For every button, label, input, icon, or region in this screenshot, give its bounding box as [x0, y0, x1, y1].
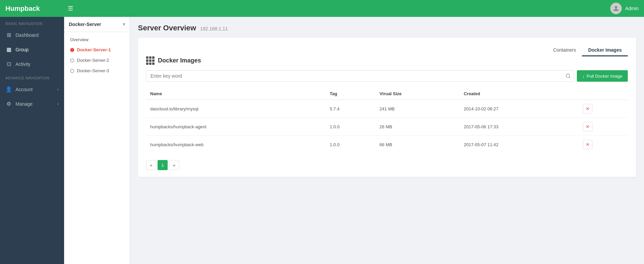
activity-icon: ⊡: [5, 61, 12, 67]
page-title: Server Overview: [138, 24, 196, 32]
cell-action-0: ✕: [579, 100, 628, 118]
page-title-row: Server Overview 192.168.1.11: [138, 24, 636, 32]
search-button[interactable]: [562, 70, 574, 82]
cell-action-2: ✕: [579, 136, 628, 154]
search-input-wrap: [146, 70, 574, 82]
cell-name-1: humpbacks/humpback-agent: [146, 118, 326, 136]
manage-icon: ⚙: [5, 101, 12, 107]
server-label-2: Docker-Server-2: [77, 58, 109, 63]
tab-docker-images[interactable]: Docker Images: [582, 45, 628, 56]
server-dot-3: [70, 69, 74, 73]
col-tag: Tag: [326, 88, 376, 100]
cell-size-2: 66 MB: [375, 136, 460, 154]
images-table: Name Tag Virual Size Created daocloud.io…: [146, 88, 628, 153]
pull-icon: ↓: [582, 74, 585, 79]
card-header: Docker Images: [146, 56, 628, 65]
sidebar-item-dashboard[interactable]: ⊞ Dashboard: [0, 28, 64, 42]
sidebar-item-label-group: Group: [16, 47, 29, 52]
server-label-3: Docker-Server-3: [77, 68, 109, 73]
sidebar-item-manage[interactable]: ⚙ Manage ‹: [0, 97, 64, 111]
topnav: Humpback ☰ Admin: [0, 0, 644, 17]
delete-button-1[interactable]: ✕: [583, 122, 592, 131]
svg-point-1: [566, 74, 570, 78]
group-icon: ▦: [5, 46, 12, 53]
hamburger-icon[interactable]: ☰: [68, 5, 73, 12]
avatar: [610, 3, 622, 14]
main-layout: BASIC NAVIGATION ⊞ Dashboard ▦ Group ⊡ A…: [0, 17, 644, 264]
card-title-row: Docker Images: [146, 56, 201, 65]
search-input[interactable]: [146, 70, 574, 82]
server-panel-chevron-icon: ▾: [123, 22, 125, 27]
content-area: Server Overview 192.168.1.11 Containers …: [130, 17, 644, 264]
table-row: humpbacks/humpback-agent 1.0.0 26 MB 201…: [146, 118, 628, 136]
cell-tag-2: 1.0.0: [326, 136, 376, 154]
col-actions: [579, 88, 628, 100]
tab-containers[interactable]: Containers: [547, 45, 582, 56]
cell-name-2: humpbacks/humpback-web: [146, 136, 326, 154]
sidebar-item-label-manage: Manage: [16, 101, 33, 107]
sidebar-item-label-dashboard: Dashboard: [16, 32, 39, 38]
col-size: Virual Size: [375, 88, 460, 100]
basic-nav-label: BASIC NAVIGATION: [0, 17, 64, 28]
search-row: ↓ Pull Docker Image: [146, 70, 628, 82]
cell-created-0: 2014-10-02 06:27: [460, 100, 579, 118]
cell-created-2: 2017-05-07 11:42: [460, 136, 579, 154]
advance-nav-label: ADVANCE NAVIGATION: [0, 71, 64, 82]
delete-button-2[interactable]: ✕: [583, 140, 592, 149]
server-item-1[interactable]: Docker-Server-1: [64, 45, 130, 55]
manage-arrow-icon: ‹: [57, 102, 59, 106]
cell-action-1: ✕: [579, 118, 628, 136]
card-title: Docker Images: [158, 57, 201, 64]
grid-icon: [146, 56, 155, 65]
server-item-2[interactable]: Docker-Server-2: [64, 55, 130, 65]
table-row: humpbacks/humpback-web 1.0.0 66 MB 2017-…: [146, 136, 628, 154]
col-created: Created: [460, 88, 579, 100]
account-arrow-icon: ‹: [57, 87, 59, 92]
cell-size-0: 241 MB: [375, 100, 460, 118]
pagination-page-1[interactable]: 1: [158, 160, 168, 170]
col-name: Name: [146, 88, 326, 100]
cell-created-1: 2017-05-06 17:33: [460, 118, 579, 136]
tab-row: Containers Docker Images: [146, 45, 628, 56]
cell-size-1: 26 MB: [375, 118, 460, 136]
pagination-prev[interactable]: «: [146, 160, 156, 170]
sidebar-item-activity[interactable]: ⊡ Activity: [0, 57, 64, 71]
server-panel-title: Docker-Server: [69, 22, 101, 27]
username-label: Admin: [625, 6, 639, 11]
server-dot-1: [70, 48, 74, 52]
svg-line-2: [569, 77, 570, 78]
pagination-next[interactable]: »: [169, 160, 179, 170]
server-panel-sub: Overview Docker-Server-1 Docker-Server-2…: [64, 32, 130, 79]
sidebar-item-account[interactable]: 👤 Account ‹: [0, 82, 64, 97]
sidebar-item-label-activity: Activity: [16, 61, 30, 67]
server-overview-link[interactable]: Overview: [64, 35, 130, 45]
account-icon: 👤: [5, 86, 12, 93]
server-label-1: Docker-Server-1: [77, 47, 111, 52]
cell-name-0: daocloud.io/library/mysql: [146, 100, 326, 118]
sidebar-item-group[interactable]: ▦ Group: [0, 42, 64, 57]
topnav-right: Admin: [610, 3, 639, 14]
table-row: daocloud.io/library/mysql 5.7.4 241 MB 2…: [146, 100, 628, 118]
dashboard-icon: ⊞: [5, 32, 12, 38]
sidebar: BASIC NAVIGATION ⊞ Dashboard ▦ Group ⊡ A…: [0, 17, 64, 264]
delete-button-0[interactable]: ✕: [583, 104, 592, 113]
sidebar-item-label-account: Account: [16, 87, 33, 92]
cell-tag-1: 1.0.0: [326, 118, 376, 136]
pagination: « 1 »: [146, 160, 628, 170]
svg-point-0: [615, 6, 617, 8]
brand-logo: Humpback: [5, 5, 68, 12]
page-subtitle: 192.168.1.11: [200, 26, 228, 31]
server-panel: Docker-Server ▾ Overview Docker-Server-1…: [64, 17, 130, 264]
server-item-3[interactable]: Docker-Server-3: [64, 65, 130, 76]
server-dot-2: [70, 58, 74, 62]
cell-tag-0: 5.7.4: [326, 100, 376, 118]
pull-docker-image-button[interactable]: ↓ Pull Docker Image: [577, 70, 628, 82]
main-card: Containers Docker Images Docker Images: [138, 38, 636, 177]
server-panel-header[interactable]: Docker-Server ▾: [64, 17, 130, 32]
